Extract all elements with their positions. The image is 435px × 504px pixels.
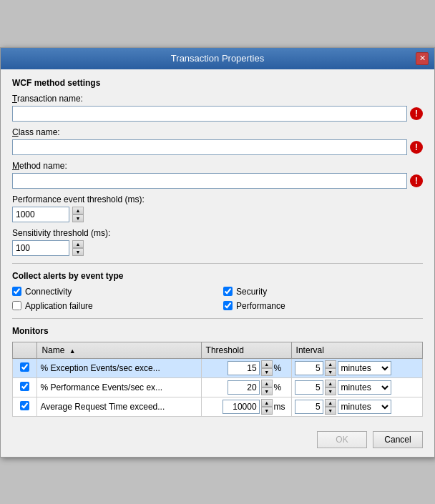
col-name[interactable]: Name ▲ xyxy=(37,342,201,358)
method-name-row: ! xyxy=(12,173,423,189)
cancel-button[interactable]: Cancel xyxy=(373,431,423,448)
appfailure-checkbox[interactable] xyxy=(12,301,21,310)
monitor-row-1-interval-select[interactable]: minutes seconds hours xyxy=(338,361,391,375)
monitor-row-1-interval-group: ▲ ▼ minutes seconds hours xyxy=(295,360,419,376)
monitor-row-3-interval-up[interactable]: ▲ xyxy=(325,399,336,407)
monitor-row-3-interval-down[interactable]: ▼ xyxy=(325,407,336,415)
col-interval[interactable]: Interval xyxy=(291,342,422,358)
alerts-section: Collect alerts by event type Connectivit… xyxy=(12,271,423,311)
divider-2 xyxy=(12,318,423,319)
transaction-name-error-icon: ! xyxy=(410,107,423,120)
monitor-row-2-interval-cell: ▲ ▼ minutes seconds hours xyxy=(291,377,422,397)
class-name-group: Class name: ! xyxy=(12,127,423,155)
cb-performance-row: Performance xyxy=(223,301,423,311)
monitor-row-2-name: % Performance Events/sec ex... xyxy=(37,377,201,397)
monitor-row-3-threshold-down[interactable]: ▼ xyxy=(261,407,273,415)
sensitivity-threshold-group: Sensitivity threshold (ms): ▲ ▼ xyxy=(12,228,423,256)
class-name-row: ! xyxy=(12,139,423,155)
monitors-table: Name ▲ Threshold Interval % Exception Ev… xyxy=(12,342,423,417)
monitor-row-2-interval-spinner: ▲ ▼ xyxy=(325,380,336,395)
monitor-row-1-interval-down[interactable]: ▼ xyxy=(325,368,336,376)
dialog-footer: OK Cancel xyxy=(1,425,434,457)
connectivity-label: Connectivity xyxy=(25,287,72,297)
transaction-name-input[interactable] xyxy=(12,106,407,122)
monitors-table-header: Name ▲ Threshold Interval xyxy=(13,342,423,358)
transaction-name-row: ! xyxy=(12,106,423,122)
transaction-name-label: Transaction name: xyxy=(12,94,423,104)
monitor-row-1-threshold-cell: ▲ ▼ % xyxy=(201,358,291,377)
class-name-input[interactable] xyxy=(12,139,407,155)
monitor-row-3-interval-input[interactable] xyxy=(295,400,323,414)
class-name-error-icon: ! xyxy=(410,141,423,154)
dialog-title: Transaction Properties xyxy=(19,53,416,64)
alerts-checkbox-grid: Connectivity Security Application failur… xyxy=(12,287,423,311)
method-name-input[interactable] xyxy=(12,173,407,189)
monitor-row-2-check-cell xyxy=(13,377,37,397)
perf-threshold-spinner-btns: ▲ ▼ xyxy=(72,207,84,222)
monitor-row-2-interval-down[interactable]: ▼ xyxy=(325,387,336,395)
perf-threshold-down-btn[interactable]: ▼ xyxy=(72,214,84,222)
sort-arrow: ▲ xyxy=(69,347,76,355)
monitor-row-3-threshold-up[interactable]: ▲ xyxy=(261,399,273,407)
monitor-row-3-threshold-input[interactable] xyxy=(223,400,260,414)
monitor-row-1-unit: % xyxy=(274,363,288,373)
monitor-row-3-interval-spinner: ▲ ▼ xyxy=(325,399,336,415)
monitor-row-2-threshold-down[interactable]: ▼ xyxy=(261,387,273,395)
wcf-section-title: WCF method settings xyxy=(12,78,423,88)
perf-threshold-spinner-group: ▲ ▼ xyxy=(12,207,423,222)
monitor-row-1: % Exception Events/sec exce... ▲ ▼ % xyxy=(13,358,423,377)
monitor-row-2-threshold-group: ▲ ▼ % xyxy=(205,380,288,395)
ok-button[interactable]: OK xyxy=(317,431,367,448)
monitor-row-1-threshold-input[interactable] xyxy=(228,361,260,375)
monitor-row-2-interval-input[interactable] xyxy=(295,380,323,395)
monitors-section: Monitors Name ▲ Threshold Interval xyxy=(12,326,423,417)
col-threshold[interactable]: Threshold xyxy=(201,342,291,358)
monitor-row-1-threshold-up[interactable]: ▲ xyxy=(261,360,273,368)
col-check xyxy=(13,342,37,358)
monitor-row-1-threshold-down[interactable]: ▼ xyxy=(261,368,273,376)
perf-threshold-input[interactable] xyxy=(12,207,69,222)
monitor-row-3-threshold-cell: ▲ ▼ ms xyxy=(201,397,291,416)
security-label: Security xyxy=(236,287,267,297)
monitor-row-1-interval-up[interactable]: ▲ xyxy=(325,360,336,368)
performance-label: Performance xyxy=(236,301,285,311)
close-button[interactable]: ✕ xyxy=(416,52,429,65)
title-bar: Transaction Properties ✕ xyxy=(1,48,434,69)
monitor-row-2-interval-group: ▲ ▼ minutes seconds hours xyxy=(295,380,419,395)
perf-threshold-group: Performance event threshold (ms): ▲ ▼ xyxy=(12,194,423,222)
perf-threshold-label: Performance event threshold (ms): xyxy=(12,194,423,204)
sensitivity-threshold-up-btn[interactable]: ▲ xyxy=(72,240,84,248)
cb-security-row: Security xyxy=(223,287,423,297)
transaction-name-group: Transaction name: ! xyxy=(12,94,423,122)
security-checkbox[interactable] xyxy=(223,287,233,296)
perf-threshold-up-btn[interactable]: ▲ xyxy=(72,207,84,214)
monitor-row-3-interval-select[interactable]: minutes seconds hours xyxy=(338,400,391,414)
monitors-table-body: % Exception Events/sec exce... ▲ ▼ % xyxy=(13,358,423,416)
monitor-row-2-threshold-up[interactable]: ▲ xyxy=(261,380,273,387)
monitor-row-1-interval-input[interactable] xyxy=(295,361,323,375)
dialog-body: WCF method settings Transaction name: ! … xyxy=(1,69,434,425)
monitor-row-2-interval-select[interactable]: minutes seconds hours xyxy=(338,380,391,395)
sensitivity-threshold-input[interactable] xyxy=(12,240,69,256)
monitor-row-1-checkbox[interactable] xyxy=(20,362,29,372)
monitor-row-2: % Performance Events/sec ex... ▲ ▼ % xyxy=(13,377,423,397)
sensitivity-threshold-spinner-group: ▲ ▼ xyxy=(12,240,423,256)
monitors-section-title: Monitors xyxy=(12,326,423,336)
divider-1 xyxy=(12,263,423,264)
monitor-row-3-interval-group: ▲ ▼ minutes seconds hours xyxy=(295,399,419,415)
cb-connectivity-row: Connectivity xyxy=(12,287,212,297)
sensitivity-threshold-spinner-btns: ▲ ▼ xyxy=(72,240,84,256)
method-name-error-icon: ! xyxy=(410,174,423,187)
sensitivity-threshold-label: Sensitivity threshold (ms): xyxy=(12,228,423,238)
connectivity-checkbox[interactable] xyxy=(12,287,21,296)
monitor-row-2-threshold-spinner: ▲ ▼ xyxy=(261,380,273,395)
monitor-row-2-interval-up[interactable]: ▲ xyxy=(325,380,336,387)
cb-appfailure-row: Application failure xyxy=(12,301,212,311)
sensitivity-threshold-down-btn[interactable]: ▼ xyxy=(72,248,84,256)
performance-checkbox[interactable] xyxy=(223,301,233,310)
monitor-row-2-checkbox[interactable] xyxy=(20,382,29,391)
monitor-row-3-threshold-group: ▲ ▼ ms xyxy=(205,399,288,415)
monitor-row-2-threshold-input[interactable] xyxy=(228,380,260,395)
monitor-row-3-unit: ms xyxy=(274,402,288,412)
monitor-row-3-checkbox[interactable] xyxy=(20,401,29,410)
